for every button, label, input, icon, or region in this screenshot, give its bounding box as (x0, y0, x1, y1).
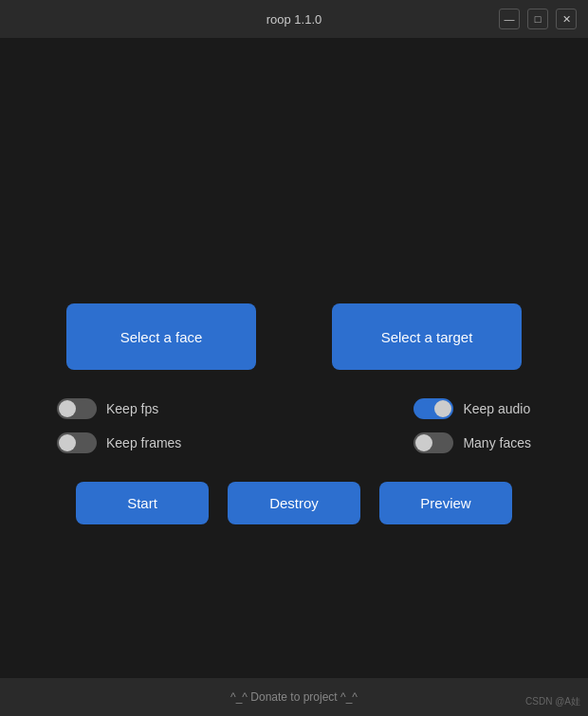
toggles-right: Keep audio Many faces (413, 398, 531, 453)
start-button[interactable]: Start (76, 482, 209, 524)
toggles-left: Keep fps Keep frames (57, 398, 181, 453)
minimize-button[interactable]: — (499, 9, 520, 29)
maximize-button[interactable]: □ (527, 9, 548, 29)
bottom-bar: ^_^ Donate to project ^_^ CSDN @A娃 (0, 678, 588, 716)
select-buttons-row: Select a face Select a target (38, 303, 550, 370)
keep-fps-label: Keep fps (106, 401, 158, 416)
toggles-section: Keep fps Keep frames Keep audio (38, 398, 550, 453)
keep-fps-toggle-item: Keep fps (57, 398, 181, 419)
close-button[interactable]: ✕ (556, 9, 577, 29)
keep-audio-toggle-item: Keep audio (413, 398, 531, 419)
many-faces-toggle-item: Many faces (413, 432, 531, 453)
watermark-text: CSDN @A娃 (525, 695, 580, 708)
keep-audio-toggle[interactable] (413, 398, 453, 419)
preview-area (38, 57, 550, 303)
window-controls: — □ ✕ (499, 9, 577, 29)
preview-button[interactable]: Preview (379, 482, 512, 524)
keep-frames-toggle-item: Keep frames (57, 432, 181, 453)
destroy-button[interactable]: Destroy (228, 482, 360, 524)
title-bar: roop 1.1.0 — □ ✕ (0, 0, 588, 38)
many-faces-slider (413, 432, 453, 453)
keep-audio-label: Keep audio (463, 401, 530, 416)
select-target-button[interactable]: Select a target (332, 303, 522, 370)
keep-audio-slider (413, 398, 453, 419)
many-faces-label: Many faces (463, 435, 531, 450)
main-content: Select a face Select a target Keep fps K… (0, 38, 588, 678)
app-title: roop 1.1.0 (266, 12, 322, 27)
action-buttons-row: Start Destroy Preview (76, 482, 512, 524)
keep-frames-slider (57, 432, 97, 453)
keep-fps-toggle[interactable] (57, 398, 97, 419)
donate-text: ^_^ Donate to project ^_^ (230, 690, 358, 704)
select-face-button[interactable]: Select a face (66, 303, 256, 370)
keep-fps-slider (57, 398, 97, 419)
many-faces-toggle[interactable] (413, 432, 453, 453)
keep-frames-label: Keep frames (106, 435, 181, 450)
keep-frames-toggle[interactable] (57, 432, 97, 453)
